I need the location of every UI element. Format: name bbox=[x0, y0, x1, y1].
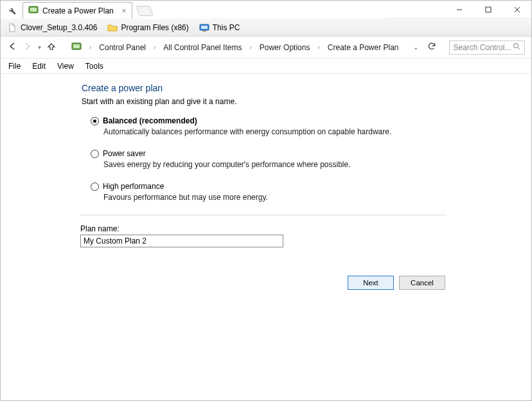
option-title: Balanced (recommended) bbox=[103, 116, 197, 125]
option-title: Power saver bbox=[103, 149, 146, 158]
breadcrumb-item[interactable]: Create a Power Plan bbox=[328, 43, 399, 52]
up-button[interactable] bbox=[46, 42, 57, 53]
radio-balanced[interactable]: Balanced (recommended) bbox=[91, 116, 450, 125]
radio-power-saver[interactable]: Power saver bbox=[91, 149, 450, 158]
bookmark-item[interactable]: This PC bbox=[199, 22, 240, 33]
bookmark-item[interactable]: Clover_Setup_3.0.406 bbox=[7, 22, 97, 33]
option-desc: Favours performance but may use more ene… bbox=[103, 193, 450, 202]
svg-point-11 bbox=[514, 44, 519, 48]
radio-high-performance[interactable]: High performance bbox=[91, 182, 450, 191]
search-icon bbox=[513, 42, 520, 52]
back-button[interactable] bbox=[7, 42, 17, 53]
page-subtitle: Start with an existing plan and give it … bbox=[82, 97, 531, 106]
chevron-right-icon: › bbox=[315, 44, 322, 51]
option-power-saver: Power saver Saves energy by reducing you… bbox=[91, 149, 450, 169]
svg-rect-5 bbox=[30, 8, 37, 12]
svg-rect-8 bbox=[202, 30, 206, 31]
wrench-icon[interactable] bbox=[3, 2, 20, 19]
file-icon bbox=[7, 22, 17, 33]
menu-file[interactable]: File bbox=[8, 62, 21, 71]
plan-name-label: Plan name: bbox=[80, 224, 447, 233]
page-heading: Create a power plan bbox=[82, 83, 531, 93]
history-dropdown[interactable]: ▾ bbox=[38, 44, 41, 51]
radio-input[interactable] bbox=[91, 117, 99, 125]
breadcrumb-item[interactable]: Control Panel bbox=[99, 43, 146, 52]
svg-rect-1 bbox=[486, 7, 491, 12]
menu-tools[interactable]: Tools bbox=[85, 62, 103, 71]
search-input[interactable]: Search Control... bbox=[449, 40, 526, 55]
address-dropdown[interactable]: ⌄ bbox=[409, 44, 422, 51]
tab-strip: Create a Power Plan × bbox=[1, 1, 386, 19]
control-panel-icon bbox=[28, 4, 39, 17]
close-tab-icon[interactable]: × bbox=[121, 6, 127, 15]
chevron-right-icon: › bbox=[87, 44, 94, 51]
bookmark-bar: Clover_Setup_3.0.406 Program Files (x86)… bbox=[1, 19, 531, 37]
radio-input[interactable] bbox=[91, 150, 99, 158]
radio-input[interactable] bbox=[91, 183, 99, 191]
tab-label: Create a Power Plan bbox=[42, 6, 114, 15]
menu-bar: File Edit View Tools bbox=[1, 58, 531, 74]
search-placeholder: Search Control... bbox=[454, 43, 511, 52]
svg-rect-7 bbox=[201, 26, 208, 29]
bookmark-item[interactable]: Program Files (x86) bbox=[107, 22, 188, 33]
close-window-button[interactable] bbox=[502, 1, 531, 18]
new-tab-button[interactable] bbox=[136, 6, 153, 16]
plan-name-input[interactable] bbox=[80, 235, 283, 247]
forward-button[interactable] bbox=[22, 42, 33, 53]
main-content: Create a power plan Start with an existi… bbox=[1, 74, 531, 290]
pc-icon bbox=[199, 22, 209, 33]
svg-rect-10 bbox=[73, 44, 80, 48]
refresh-button[interactable] bbox=[427, 42, 438, 53]
chevron-right-icon: › bbox=[151, 44, 158, 51]
maximize-button[interactable] bbox=[474, 1, 502, 18]
next-button[interactable]: Next bbox=[348, 276, 394, 290]
chevron-right-icon: › bbox=[247, 44, 254, 51]
option-desc: Automatically balances performance with … bbox=[103, 127, 450, 136]
menu-edit[interactable]: Edit bbox=[32, 62, 46, 71]
option-title: High performance bbox=[103, 182, 164, 191]
minimize-button[interactable] bbox=[445, 1, 474, 18]
svg-line-12 bbox=[518, 48, 520, 49]
breadcrumb-item[interactable]: Power Options bbox=[260, 43, 310, 52]
menu-view[interactable]: View bbox=[57, 62, 74, 71]
control-panel-icon bbox=[71, 41, 82, 53]
option-balanced: Balanced (recommended) Automatically bal… bbox=[91, 116, 450, 136]
breadcrumb-item[interactable]: All Control Panel Items bbox=[163, 43, 242, 52]
tab-create-power-plan[interactable]: Create a Power Plan × bbox=[22, 2, 132, 19]
bookmark-label: This PC bbox=[213, 23, 240, 32]
option-desc: Saves energy by reducing your computer's… bbox=[103, 160, 450, 169]
bookmark-label: Program Files (x86) bbox=[121, 23, 188, 32]
option-high-performance: High performance Favours performance but… bbox=[91, 182, 450, 202]
cancel-button[interactable]: Cancel bbox=[399, 276, 445, 290]
folder-icon bbox=[107, 22, 118, 33]
bookmark-label: Clover_Setup_3.0.406 bbox=[21, 23, 97, 32]
address-bar: ▾ › Control Panel › All Control Panel It… bbox=[1, 37, 531, 58]
